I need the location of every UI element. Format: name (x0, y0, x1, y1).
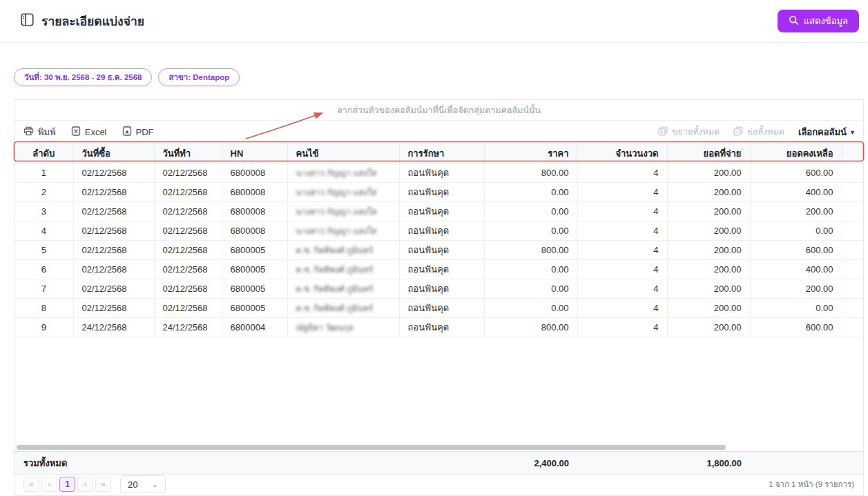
cell-treatment-date: 02/12/2568 (154, 299, 222, 318)
date-filter-chip: วันที่: 30 พ.ย. 2568 - 29 ธ.ค. 2568 (14, 68, 152, 86)
branch-filter-chip: สาขา: Dentapop (158, 68, 240, 86)
column-header-patient[interactable]: คนไข้ (287, 143, 399, 163)
cell-balance: 0.00 (750, 299, 842, 318)
table-row[interactable]: 302/12/256802/12/25686800008นางสาว กัญญา… (15, 202, 863, 221)
table-row[interactable]: 202/12/256802/12/25686800008นางสาว กัญญา… (15, 183, 863, 202)
current-page-button[interactable]: 1 (59, 477, 75, 492)
cell-balance: 400.00 (750, 183, 842, 202)
cell-installments: 4 (577, 163, 667, 183)
export-excel-button[interactable]: Excel (71, 126, 107, 138)
cell-balance: 200.00 (750, 202, 842, 221)
cell-treatment: ถอนฟันคุด (399, 318, 484, 337)
cell-filler (842, 299, 863, 318)
cell-treatment: ถอนฟันคุด (399, 221, 484, 241)
table-row[interactable]: 702/12/256802/12/25686800005ด.ช. กิตติพง… (15, 279, 863, 299)
table-row[interactable]: 802/12/256802/12/25686800005ด.ช. กิตติพง… (15, 299, 863, 318)
expand-all-icon (658, 126, 668, 138)
cell-paid: 200.00 (667, 221, 750, 241)
page-size-select[interactable]: 20 ⌄ (120, 475, 166, 493)
column-header-treatment-date[interactable]: วันที่ทำ (154, 143, 222, 163)
column-header-paid[interactable]: ยอดที่จ่าย (667, 143, 750, 163)
cell-paid: 200.00 (667, 183, 750, 202)
table-row[interactable]: 402/12/256802/12/25686800008นางสาว กัญญา… (15, 221, 863, 241)
cell-filler (842, 260, 863, 279)
cell-purchase-date: 02/12/2568 (73, 241, 154, 260)
cell-balance: 600.00 (750, 318, 842, 337)
cell-index: 2 (15, 183, 73, 202)
cell-treatment: ถอนฟันคุด (399, 202, 484, 221)
search-icon (789, 15, 799, 28)
cell-installments: 4 (577, 183, 667, 202)
cell-price: 0.00 (484, 183, 577, 202)
cell-paid: 200.00 (667, 241, 750, 260)
column-header-hn[interactable]: HN (222, 143, 287, 163)
cell-purchase-date: 02/12/2568 (73, 279, 154, 299)
cell-index: 1 (15, 163, 73, 183)
table-row[interactable]: 502/12/256802/12/25686800005ด.ช. กิตติพง… (15, 241, 863, 260)
print-button[interactable]: พิมพ์ (23, 125, 56, 139)
group-by-drop-area[interactable]: ลากส่วนหัวของคอลัมน์มาที่นี่เพื่อจัดกลุ่… (15, 100, 863, 121)
cell-patient: นางสาว กัญญา แสงใส (287, 163, 399, 183)
table-row[interactable]: 924/12/256824/12/25686800004ณัฐธิดา วัฒน… (15, 318, 863, 337)
cell-purchase-date: 24/12/2568 (73, 318, 154, 337)
cell-purchase-date: 02/12/2568 (73, 260, 154, 279)
cell-purchase-date: 02/12/2568 (73, 183, 154, 202)
excel-label: Excel (85, 127, 107, 137)
first-page-button[interactable]: « (23, 477, 39, 492)
table-row[interactable]: 102/12/256802/12/25686800008นางสาว กัญญา… (15, 163, 863, 183)
cell-patient: นางสาว กัญญา แสงใส (287, 202, 399, 221)
column-header-index[interactable]: ลำดับ (15, 143, 73, 163)
expand-all-button[interactable]: ขยายทั้งหมด (658, 125, 720, 139)
cell-treatment-date: 02/12/2568 (154, 279, 222, 299)
collapse-all-button[interactable]: ย่อทั้งหมด (733, 125, 784, 139)
column-header-price[interactable]: ราคา (484, 143, 577, 163)
grid-toolbar: พิมพ์ Excel PDF (15, 121, 863, 143)
column-header-balance[interactable]: ยอดคงเหลือ (750, 143, 842, 163)
choose-columns-button[interactable]: เลือกคอลัมน์ ▾ (798, 125, 854, 139)
choose-columns-label: เลือกคอลัมน์ (798, 125, 847, 139)
cell-index: 5 (15, 241, 73, 260)
prev-page-button[interactable]: ‹ (41, 477, 57, 492)
total-row: รวมทั้งหมด 2,400.00 1,800.00 (15, 452, 863, 475)
last-page-button[interactable]: » (95, 477, 111, 492)
filter-chips: วันที่: 30 พ.ย. 2568 - 29 ธ.ค. 2568 สาขา… (14, 68, 868, 86)
collapse-all-icon (733, 126, 743, 138)
cell-treatment-date: 02/12/2568 (154, 221, 222, 241)
cell-treatment-date: 02/12/2568 (154, 202, 222, 221)
cell-treatment: ถอนฟันคุด (399, 183, 484, 202)
table-body: 102/12/256802/12/25686800008นางสาว กัญญา… (15, 163, 863, 337)
column-header-treatment[interactable]: การรักษา (399, 143, 484, 163)
cell-price: 800.00 (484, 241, 577, 260)
column-header-purchase-date[interactable]: วันที่ซื้อ (73, 143, 154, 163)
next-page-button[interactable]: › (77, 477, 93, 492)
table-row[interactable]: 602/12/256802/12/25686800005ด.ช. กิตติพง… (15, 260, 863, 279)
cell-filler (842, 279, 863, 299)
cell-patient: ด.ช. กิตติพงศ์ ภูมินทร์ (287, 279, 399, 299)
cell-index: 9 (15, 318, 73, 337)
total-installments (577, 452, 667, 475)
cell-installments: 4 (577, 279, 667, 299)
scrollbar-thumb[interactable] (17, 445, 726, 450)
cell-price: 0.00 (484, 202, 577, 221)
column-header-installments[interactable]: จำนวนงวด (577, 143, 667, 163)
toolbar-right: ขยายทั้งหมด ย่อทั้งหมด เลือกคอลัมน์ ▾ (644, 125, 854, 139)
cell-patient: ด.ช. กิตติพงศ์ ภูมินทร์ (287, 241, 399, 260)
cell-installments: 4 (577, 260, 667, 279)
cell-treatment: ถอนฟันคุด (399, 163, 484, 183)
column-header-filler (842, 143, 863, 163)
export-pdf-button[interactable]: PDF (122, 126, 154, 138)
grid-empty-area (15, 337, 863, 444)
cell-filler (842, 241, 863, 260)
cell-balance: 600.00 (750, 241, 842, 260)
cell-installments: 4 (577, 299, 667, 318)
cell-hn: 6800005 (222, 299, 287, 318)
page-size-value: 20 (128, 479, 137, 490)
cell-treatment: ถอนฟันคุด (399, 299, 484, 318)
cell-installments: 4 (577, 241, 667, 260)
cell-treatment-date: 02/12/2568 (154, 163, 222, 183)
cell-index: 6 (15, 260, 73, 279)
excel-file-icon (71, 126, 81, 138)
show-data-button[interactable]: แสดงข้อมูล (778, 10, 859, 32)
total-row-table: รวมทั้งหมด 2,400.00 1,800.00 (15, 451, 863, 475)
panel-layout-icon (21, 13, 34, 29)
